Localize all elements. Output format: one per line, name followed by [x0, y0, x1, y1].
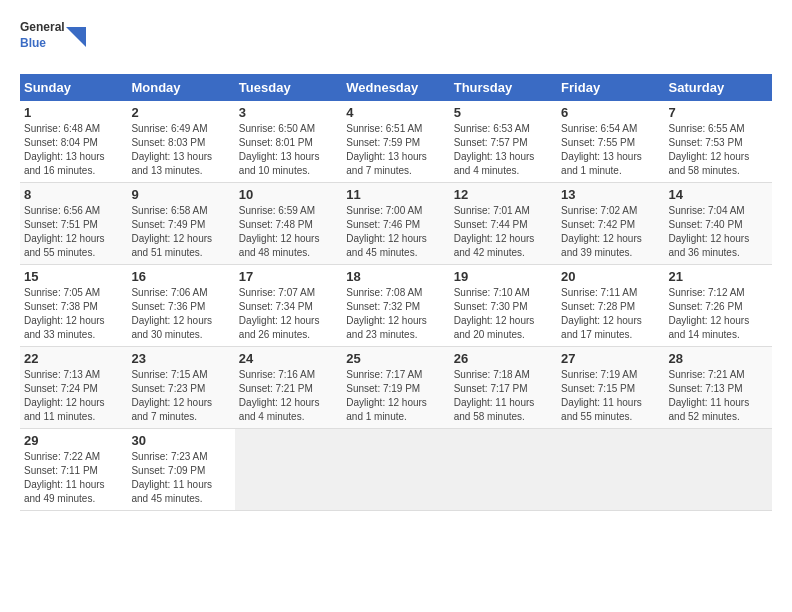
week-row-2: 8Sunrise: 6:56 AM Sunset: 7:51 PM Daylig…	[20, 183, 772, 265]
header-cell-saturday: Saturday	[665, 74, 772, 101]
calendar-cell: 8Sunrise: 6:56 AM Sunset: 7:51 PM Daylig…	[20, 183, 127, 265]
day-number: 17	[239, 269, 338, 284]
calendar-cell	[557, 429, 664, 511]
week-row-1: 1Sunrise: 6:48 AM Sunset: 8:04 PM Daylig…	[20, 101, 772, 183]
calendar-cell: 3Sunrise: 6:50 AM Sunset: 8:01 PM Daylig…	[235, 101, 342, 183]
day-info: Sunrise: 7:16 AM Sunset: 7:21 PM Dayligh…	[239, 368, 338, 424]
day-info: Sunrise: 7:04 AM Sunset: 7:40 PM Dayligh…	[669, 204, 768, 260]
day-number: 14	[669, 187, 768, 202]
day-number: 13	[561, 187, 660, 202]
day-number: 18	[346, 269, 445, 284]
calendar-cell: 23Sunrise: 7:15 AM Sunset: 7:23 PM Dayli…	[127, 347, 234, 429]
calendar-cell: 20Sunrise: 7:11 AM Sunset: 7:28 PM Dayli…	[557, 265, 664, 347]
calendar-header: SundayMondayTuesdayWednesdayThursdayFrid…	[20, 74, 772, 101]
calendar-cell	[450, 429, 557, 511]
day-number: 1	[24, 105, 123, 120]
calendar-cell: 1Sunrise: 6:48 AM Sunset: 8:04 PM Daylig…	[20, 101, 127, 183]
day-number: 30	[131, 433, 230, 448]
logo-arrow-icon	[66, 27, 86, 57]
calendar-cell	[235, 429, 342, 511]
calendar-cell: 28Sunrise: 7:21 AM Sunset: 7:13 PM Dayli…	[665, 347, 772, 429]
day-number: 25	[346, 351, 445, 366]
header-cell-thursday: Thursday	[450, 74, 557, 101]
day-info: Sunrise: 7:21 AM Sunset: 7:13 PM Dayligh…	[669, 368, 768, 424]
svg-marker-0	[66, 27, 86, 47]
calendar-cell: 27Sunrise: 7:19 AM Sunset: 7:15 PM Dayli…	[557, 347, 664, 429]
day-info: Sunrise: 6:58 AM Sunset: 7:49 PM Dayligh…	[131, 204, 230, 260]
calendar-cell: 5Sunrise: 6:53 AM Sunset: 7:57 PM Daylig…	[450, 101, 557, 183]
calendar-cell: 12Sunrise: 7:01 AM Sunset: 7:44 PM Dayli…	[450, 183, 557, 265]
calendar-cell: 7Sunrise: 6:55 AM Sunset: 7:53 PM Daylig…	[665, 101, 772, 183]
day-info: Sunrise: 6:53 AM Sunset: 7:57 PM Dayligh…	[454, 122, 553, 178]
day-number: 6	[561, 105, 660, 120]
day-info: Sunrise: 6:56 AM Sunset: 7:51 PM Dayligh…	[24, 204, 123, 260]
calendar-cell: 25Sunrise: 7:17 AM Sunset: 7:19 PM Dayli…	[342, 347, 449, 429]
calendar-cell: 16Sunrise: 7:06 AM Sunset: 7:36 PM Dayli…	[127, 265, 234, 347]
day-number: 15	[24, 269, 123, 284]
day-number: 27	[561, 351, 660, 366]
calendar-cell: 14Sunrise: 7:04 AM Sunset: 7:40 PM Dayli…	[665, 183, 772, 265]
calendar-cell: 29Sunrise: 7:22 AM Sunset: 7:11 PM Dayli…	[20, 429, 127, 511]
calendar-cell: 22Sunrise: 7:13 AM Sunset: 7:24 PM Dayli…	[20, 347, 127, 429]
header-cell-monday: Monday	[127, 74, 234, 101]
calendar-cell: 17Sunrise: 7:07 AM Sunset: 7:34 PM Dayli…	[235, 265, 342, 347]
week-row-4: 22Sunrise: 7:13 AM Sunset: 7:24 PM Dayli…	[20, 347, 772, 429]
day-info: Sunrise: 7:12 AM Sunset: 7:26 PM Dayligh…	[669, 286, 768, 342]
day-info: Sunrise: 6:50 AM Sunset: 8:01 PM Dayligh…	[239, 122, 338, 178]
day-number: 22	[24, 351, 123, 366]
day-info: Sunrise: 7:06 AM Sunset: 7:36 PM Dayligh…	[131, 286, 230, 342]
day-number: 10	[239, 187, 338, 202]
day-info: Sunrise: 7:05 AM Sunset: 7:38 PM Dayligh…	[24, 286, 123, 342]
day-info: Sunrise: 6:49 AM Sunset: 8:03 PM Dayligh…	[131, 122, 230, 178]
calendar-body: 1Sunrise: 6:48 AM Sunset: 8:04 PM Daylig…	[20, 101, 772, 511]
calendar-cell: 13Sunrise: 7:02 AM Sunset: 7:42 PM Dayli…	[557, 183, 664, 265]
day-info: Sunrise: 7:22 AM Sunset: 7:11 PM Dayligh…	[24, 450, 123, 506]
logo-blue: Blue	[20, 36, 64, 52]
calendar-cell: 11Sunrise: 7:00 AM Sunset: 7:46 PM Dayli…	[342, 183, 449, 265]
day-number: 9	[131, 187, 230, 202]
calendar-table: SundayMondayTuesdayWednesdayThursdayFrid…	[20, 74, 772, 511]
day-number: 7	[669, 105, 768, 120]
day-info: Sunrise: 7:23 AM Sunset: 7:09 PM Dayligh…	[131, 450, 230, 506]
day-info: Sunrise: 7:17 AM Sunset: 7:19 PM Dayligh…	[346, 368, 445, 424]
calendar-cell: 30Sunrise: 7:23 AM Sunset: 7:09 PM Dayli…	[127, 429, 234, 511]
day-info: Sunrise: 7:10 AM Sunset: 7:30 PM Dayligh…	[454, 286, 553, 342]
day-info: Sunrise: 7:19 AM Sunset: 7:15 PM Dayligh…	[561, 368, 660, 424]
day-info: Sunrise: 7:08 AM Sunset: 7:32 PM Dayligh…	[346, 286, 445, 342]
day-info: Sunrise: 7:15 AM Sunset: 7:23 PM Dayligh…	[131, 368, 230, 424]
day-number: 5	[454, 105, 553, 120]
calendar-cell: 9Sunrise: 6:58 AM Sunset: 7:49 PM Daylig…	[127, 183, 234, 265]
day-number: 12	[454, 187, 553, 202]
day-info: Sunrise: 6:54 AM Sunset: 7:55 PM Dayligh…	[561, 122, 660, 178]
calendar-cell	[342, 429, 449, 511]
day-info: Sunrise: 6:55 AM Sunset: 7:53 PM Dayligh…	[669, 122, 768, 178]
week-row-3: 15Sunrise: 7:05 AM Sunset: 7:38 PM Dayli…	[20, 265, 772, 347]
header-cell-tuesday: Tuesday	[235, 74, 342, 101]
day-number: 29	[24, 433, 123, 448]
calendar-cell: 6Sunrise: 6:54 AM Sunset: 7:55 PM Daylig…	[557, 101, 664, 183]
day-number: 3	[239, 105, 338, 120]
logo-general: General	[20, 20, 64, 36]
calendar-cell: 26Sunrise: 7:18 AM Sunset: 7:17 PM Dayli…	[450, 347, 557, 429]
calendar-cell: 21Sunrise: 7:12 AM Sunset: 7:26 PM Dayli…	[665, 265, 772, 347]
header-cell-sunday: Sunday	[20, 74, 127, 101]
day-info: Sunrise: 7:07 AM Sunset: 7:34 PM Dayligh…	[239, 286, 338, 342]
day-info: Sunrise: 7:00 AM Sunset: 7:46 PM Dayligh…	[346, 204, 445, 260]
calendar-cell: 2Sunrise: 6:49 AM Sunset: 8:03 PM Daylig…	[127, 101, 234, 183]
calendar-cell: 19Sunrise: 7:10 AM Sunset: 7:30 PM Dayli…	[450, 265, 557, 347]
calendar-cell: 10Sunrise: 6:59 AM Sunset: 7:48 PM Dayli…	[235, 183, 342, 265]
page-header: General Blue	[20, 20, 772, 64]
day-number: 21	[669, 269, 768, 284]
day-info: Sunrise: 7:01 AM Sunset: 7:44 PM Dayligh…	[454, 204, 553, 260]
day-number: 26	[454, 351, 553, 366]
day-number: 11	[346, 187, 445, 202]
day-number: 4	[346, 105, 445, 120]
header-cell-friday: Friday	[557, 74, 664, 101]
day-info: Sunrise: 7:18 AM Sunset: 7:17 PM Dayligh…	[454, 368, 553, 424]
day-info: Sunrise: 7:02 AM Sunset: 7:42 PM Dayligh…	[561, 204, 660, 260]
day-number: 23	[131, 351, 230, 366]
day-number: 2	[131, 105, 230, 120]
day-number: 24	[239, 351, 338, 366]
calendar-cell: 4Sunrise: 6:51 AM Sunset: 7:59 PM Daylig…	[342, 101, 449, 183]
logo: General Blue	[20, 20, 86, 64]
